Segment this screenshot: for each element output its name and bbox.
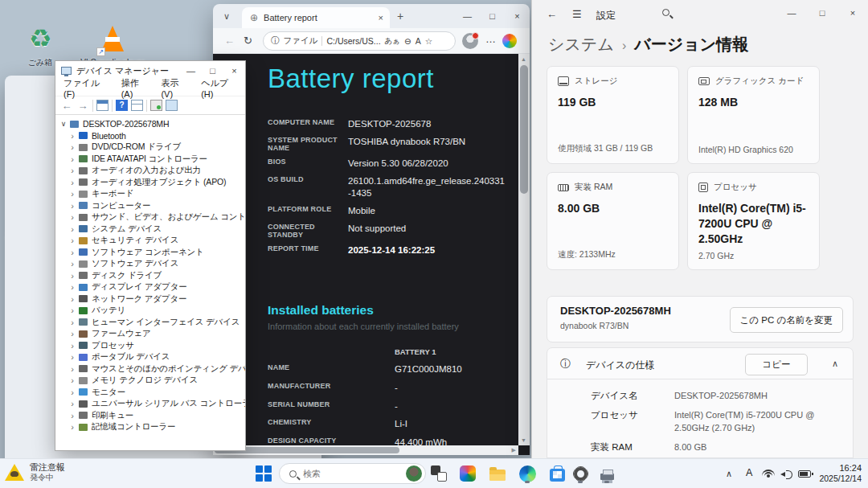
chevron-right-icon[interactable]: › bbox=[68, 259, 76, 269]
chevron-right-icon[interactable]: › bbox=[68, 318, 76, 327]
address-bar[interactable]: ⓘ ファイル C:/Users/US... あぁ ⊖ A ☆ bbox=[263, 31, 456, 51]
translate-icon[interactable]: あぁ bbox=[385, 36, 400, 47]
chevron-right-icon[interactable]: › bbox=[68, 375, 76, 385]
tree-node[interactable]: › 記憶域コントローラー bbox=[55, 421, 245, 433]
chevron-right-icon[interactable]: › bbox=[68, 422, 76, 432]
zoom-out-icon[interactable]: ⊖ bbox=[404, 36, 411, 46]
chevron-right-icon[interactable]: › bbox=[68, 236, 76, 245]
edge-taskbar-button[interactable] bbox=[517, 463, 538, 484]
read-aloud-icon[interactable]: A bbox=[416, 36, 421, 46]
chevron-right-icon[interactable]: › bbox=[68, 306, 76, 315]
properties-icon[interactable] bbox=[131, 100, 143, 111]
store-button[interactable] bbox=[547, 463, 567, 484]
taskbar-clock[interactable]: 16:24 2025/12/14 bbox=[819, 463, 862, 484]
chevron-right-icon[interactable]: › bbox=[68, 341, 76, 351]
chevron-right-icon[interactable]: › bbox=[68, 248, 76, 257]
close-button[interactable]: × bbox=[505, 6, 530, 26]
chevron-right-icon[interactable]: › bbox=[68, 142, 76, 152]
chevron-right-icon[interactable]: › bbox=[68, 399, 76, 408]
vertical-scroll-thumb[interactable] bbox=[520, 65, 528, 194]
scan-hardware-icon[interactable] bbox=[150, 100, 162, 111]
more-menu-icon[interactable]: … bbox=[485, 33, 496, 45]
hamburger-menu-icon[interactable]: ☰ bbox=[572, 8, 582, 20]
chevron-right-icon[interactable]: › bbox=[68, 154, 76, 164]
wifi-icon[interactable] bbox=[762, 470, 775, 478]
rename-pc-button[interactable]: この PC の名前を変更 bbox=[730, 307, 843, 333]
chevron-right-icon[interactable]: › bbox=[68, 329, 76, 338]
tree-node[interactable]: › ユニバーサル シリアル バス コントローラー bbox=[55, 398, 245, 410]
tree-node[interactable]: › ヒューマン インターフェイス デバイス bbox=[55, 317, 245, 329]
task-view-button[interactable] bbox=[428, 463, 449, 484]
minimize-button[interactable]: — bbox=[776, 0, 807, 26]
chevron-right-icon[interactable]: › bbox=[68, 364, 76, 374]
settings-taskbar-button[interactable] bbox=[570, 463, 591, 484]
profile-avatar[interactable] bbox=[462, 33, 478, 49]
forward-icon[interactable]: → bbox=[76, 100, 89, 112]
tree-root-node[interactable]: ∨ DESKTOP-2025678MH bbox=[55, 118, 245, 130]
tree-node[interactable]: › ネットワーク アダプター bbox=[55, 293, 245, 306]
menu-item[interactable]: ファイル(F) bbox=[58, 77, 116, 99]
edge-tab-battery-report[interactable]: ⊕ Battery report × bbox=[242, 7, 390, 28]
menu-item[interactable]: 表示(V) bbox=[155, 77, 195, 99]
console-tree-icon[interactable] bbox=[96, 100, 108, 111]
tree-node[interactable]: › オーディオの入力および出力 bbox=[55, 165, 245, 177]
tab-close-icon[interactable]: × bbox=[379, 13, 383, 23]
maximize-button[interactable]: □ bbox=[807, 0, 837, 26]
tree-node[interactable]: › DVD/CD-ROM ドライブ bbox=[55, 141, 245, 154]
back-icon[interactable]: ← bbox=[224, 35, 235, 47]
maximize-button[interactable]: □ bbox=[480, 6, 505, 26]
tree-node[interactable]: › セキュリティ デバイス bbox=[55, 235, 245, 247]
close-button[interactable]: × bbox=[837, 0, 868, 26]
device-spec-expander[interactable]: ⓘ デバイスの仕様 コピー ∧ bbox=[547, 347, 854, 379]
search-daily-image[interactable] bbox=[406, 465, 422, 482]
tree-node[interactable]: › 印刷キュー bbox=[55, 410, 245, 422]
horizontal-scrollbar[interactable]: ▶ bbox=[213, 445, 518, 455]
ime-indicator[interactable]: A bbox=[746, 467, 752, 478]
breadcrumb-system[interactable]: システム bbox=[548, 34, 614, 55]
taskbar-search[interactable] bbox=[279, 463, 426, 484]
tree-node[interactable]: › モニター bbox=[55, 387, 245, 399]
chevron-right-icon[interactable]: › bbox=[68, 131, 76, 141]
tray-chevron-up-icon[interactable]: ∧ bbox=[726, 469, 732, 479]
copy-button[interactable]: コピー bbox=[745, 354, 808, 375]
chevron-right-icon[interactable]: › bbox=[68, 166, 76, 175]
chevron-right-icon[interactable]: › bbox=[68, 411, 76, 420]
tree-node[interactable]: › プロセッサ bbox=[55, 340, 245, 352]
start-button[interactable] bbox=[256, 465, 272, 482]
back-icon[interactable]: ← bbox=[60, 100, 73, 112]
minimize-button[interactable]: — bbox=[455, 6, 480, 26]
scroll-down-icon[interactable]: ▼ bbox=[521, 437, 526, 443]
chevron-right-icon[interactable]: › bbox=[68, 224, 76, 234]
tree-node[interactable]: › キーボード bbox=[55, 188, 245, 200]
file-explorer-button[interactable] bbox=[487, 463, 508, 484]
help-icon[interactable]: ? bbox=[116, 100, 128, 111]
back-icon[interactable]: ← bbox=[547, 8, 557, 20]
refresh-icon[interactable]: ↻ bbox=[244, 35, 252, 47]
tree-node[interactable]: › オーディオ処理オブジェクト (APO) bbox=[55, 177, 245, 189]
tree-node[interactable]: › システム デバイス bbox=[55, 223, 245, 236]
scroll-up-icon[interactable]: ▲ bbox=[521, 56, 526, 62]
tree-node[interactable]: › サウンド、ビデオ、およびゲーム コントローラー bbox=[55, 211, 245, 223]
menu-item[interactable]: ヘルプ(H) bbox=[195, 77, 245, 99]
tree-node[interactable]: › ソフトウェア コンポーネント bbox=[55, 247, 245, 259]
chevron-right-icon[interactable]: › bbox=[68, 352, 76, 362]
tree-node[interactable]: › IDE ATA/ATAPI コントローラー bbox=[55, 154, 245, 166]
tree-node[interactable]: › バッテリ bbox=[55, 305, 245, 317]
menu-item[interactable]: 操作(A) bbox=[116, 77, 156, 99]
scroll-right-icon[interactable]: ▶ bbox=[512, 447, 516, 453]
tree-node[interactable]: › メモリ テクノロジ デバイス bbox=[55, 375, 245, 387]
tree-node[interactable]: › Bluetooth bbox=[55, 130, 245, 142]
tree-node[interactable]: › コンピューター bbox=[55, 200, 245, 212]
chevron-right-icon[interactable]: › bbox=[68, 189, 76, 199]
new-tab-button[interactable]: + bbox=[397, 10, 403, 23]
search-icon[interactable] bbox=[662, 9, 669, 16]
chevron-right-icon[interactable]: › bbox=[68, 294, 76, 304]
tree-node[interactable]: › ディスプレイ アダプター bbox=[55, 281, 245, 293]
chevron-right-icon[interactable]: › bbox=[68, 178, 76, 187]
copilot-icon[interactable] bbox=[502, 34, 517, 48]
vertical-scrollbar[interactable]: ▲ ▼ bbox=[518, 54, 530, 445]
tree-node[interactable]: › ファームウェア bbox=[55, 328, 245, 340]
chevron-right-icon[interactable]: › bbox=[68, 201, 76, 211]
m365-copilot-button[interactable] bbox=[457, 463, 478, 484]
chevron-right-icon[interactable]: › bbox=[68, 212, 76, 222]
